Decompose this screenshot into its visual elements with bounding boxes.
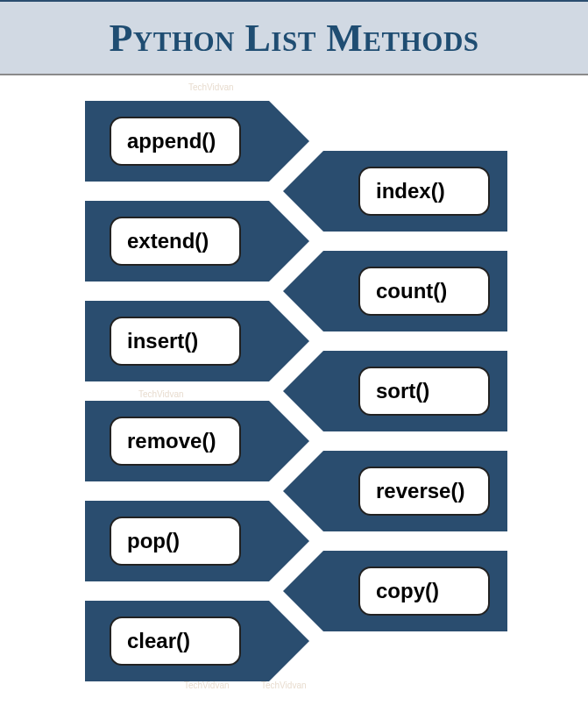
watermark: TechVidvan xyxy=(184,681,230,690)
method-arrow-extend: extend() xyxy=(85,201,269,282)
method-box: clear() xyxy=(110,617,241,666)
watermark: TechVidvan xyxy=(188,82,234,92)
method-box: remove() xyxy=(110,417,241,466)
method-arrow-insert: insert() xyxy=(85,301,269,381)
watermark: TechVidvan xyxy=(261,681,307,690)
method-arrow-pop: pop() xyxy=(85,501,269,581)
method-box: append() xyxy=(110,117,241,166)
method-box: extend() xyxy=(110,217,241,266)
method-arrow-remove: remove() xyxy=(85,401,269,481)
method-arrow-count: count() xyxy=(323,251,507,331)
method-arrow-append: append() xyxy=(85,101,269,182)
method-arrow-sort: sort() xyxy=(323,351,507,431)
method-box: pop() xyxy=(110,517,241,566)
method-box: index() xyxy=(358,167,490,216)
method-arrow-clear: clear() xyxy=(85,601,269,681)
method-box: sort() xyxy=(358,367,490,416)
method-arrow-reverse: reverse() xyxy=(323,451,507,531)
method-box: count() xyxy=(358,267,490,316)
page-title: Python List Methods xyxy=(109,16,478,61)
diagram-area: TechVidvan TechVidvan TechVidvan TechVid… xyxy=(0,75,588,727)
watermark: TechVidvan xyxy=(138,389,184,399)
method-box: insert() xyxy=(110,317,241,366)
method-box: reverse() xyxy=(358,467,490,516)
method-box: copy() xyxy=(358,567,490,616)
method-arrow-index: index() xyxy=(323,151,507,232)
header-bar: Python List Methods xyxy=(0,0,588,75)
method-arrow-copy: copy() xyxy=(323,551,507,631)
